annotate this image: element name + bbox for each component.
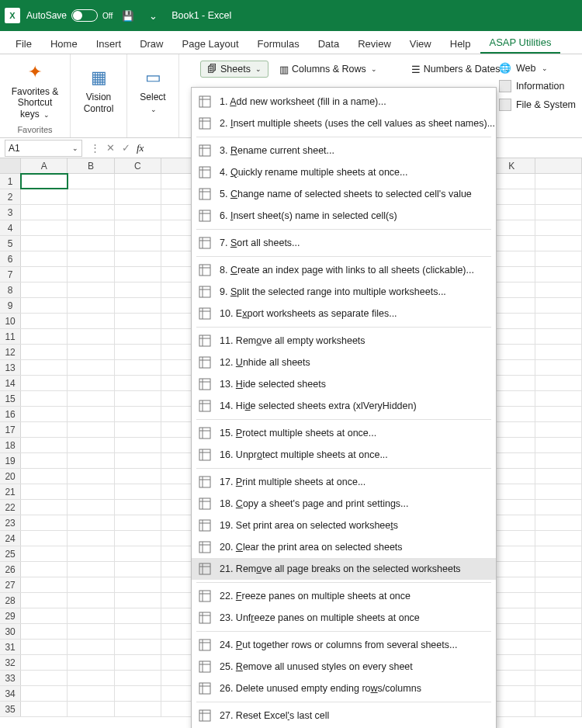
menu-item-22[interactable]: 22. Freeze panes on multiple sheets at o… <box>192 585 496 607</box>
autosave-toggle[interactable]: AutoSave Off <box>26 9 113 22</box>
cell[interactable] <box>21 205 68 220</box>
cell[interactable] <box>68 205 114 220</box>
toggle-switch[interactable] <box>71 9 98 22</box>
cell[interactable] <box>21 531 68 546</box>
cell[interactable] <box>115 391 161 406</box>
menu-item-21[interactable]: 21. Remove all page breaks on the select… <box>192 558 496 580</box>
cell[interactable] <box>68 484 114 499</box>
cell[interactable] <box>68 376 114 390</box>
quickaccess-more-icon[interactable]: ⌄ <box>144 6 162 25</box>
cell[interactable] <box>535 422 582 437</box>
menu-item-14[interactable]: 14. Hide selected sheets extra (xlVeryHi… <box>192 395 496 417</box>
cell[interactable] <box>115 640 161 654</box>
cell[interactable] <box>535 376 582 390</box>
row-header[interactable]: 24 <box>0 531 21 546</box>
cell[interactable] <box>21 453 68 468</box>
file-system-dropdown[interactable]: File & System <box>496 97 579 113</box>
cell[interactable] <box>535 624 582 639</box>
cell[interactable] <box>535 500 582 515</box>
cell[interactable] <box>68 593 114 608</box>
row-header[interactable]: 2 <box>0 189 21 204</box>
row-header[interactable]: 19 <box>0 453 21 468</box>
cell[interactable] <box>21 577 68 592</box>
cell[interactable] <box>535 515 582 530</box>
menu-item-3[interactable]: 3. Rename current sheet... <box>192 140 496 161</box>
row-header[interactable]: 9 <box>0 298 21 313</box>
row-header[interactable]: 5 <box>0 236 21 251</box>
sheets-dropdown[interactable]: 🗐 Sheets ⌄ <box>200 61 268 78</box>
cell[interactable] <box>115 174 161 189</box>
menu-item-11[interactable]: 11. Remove all empty worksheets <box>192 330 496 352</box>
cell[interactable] <box>115 500 161 515</box>
cell[interactable] <box>535 577 582 592</box>
tab-help[interactable]: Help <box>441 33 480 54</box>
menu-item-12[interactable]: 12. Unhide all sheets <box>192 352 496 373</box>
cell[interactable] <box>68 671 114 685</box>
cell[interactable] <box>535 174 582 189</box>
cell[interactable] <box>68 608 114 623</box>
row-header[interactable]: 26 <box>0 562 21 577</box>
cell[interactable] <box>535 283 582 297</box>
cell[interactable] <box>115 298 161 313</box>
menu-item-23[interactable]: 23. Unfreeze panes on multiple sheets at… <box>192 607 496 629</box>
row-header[interactable]: 3 <box>0 205 21 220</box>
tab-page-layout[interactable]: Page Layout <box>173 33 248 54</box>
cell[interactable] <box>68 686 114 701</box>
cell[interactable] <box>115 562 161 577</box>
cell[interactable] <box>21 360 68 375</box>
row-header[interactable]: 27 <box>0 577 21 592</box>
row-header[interactable]: 1 <box>0 174 21 189</box>
menu-item-9[interactable]: 9. Split the selected range into multipl… <box>192 281 496 303</box>
menu-item-7[interactable]: 7. Sort all sheets... <box>192 232 496 254</box>
cell[interactable] <box>115 205 161 220</box>
information-dropdown[interactable]: Information <box>496 78 579 94</box>
cell[interactable] <box>68 702 114 716</box>
web-dropdown[interactable]: 🌐Web⌄ <box>496 61 579 75</box>
row-header[interactable]: 6 <box>0 251 21 266</box>
cell[interactable] <box>115 345 161 359</box>
cell[interactable] <box>115 546 161 561</box>
cell[interactable] <box>115 593 161 608</box>
cell[interactable] <box>535 702 582 716</box>
cell[interactable] <box>68 500 114 515</box>
row-header[interactable]: 35 <box>0 702 21 716</box>
cell[interactable] <box>68 298 114 313</box>
cell[interactable] <box>535 655 582 670</box>
cell[interactable] <box>68 655 114 670</box>
cell[interactable] <box>21 174 68 189</box>
select-all-corner[interactable] <box>0 158 21 173</box>
row-header[interactable]: 28 <box>0 593 21 608</box>
row-header[interactable]: 23 <box>0 515 21 530</box>
row-header[interactable]: 10 <box>0 314 21 328</box>
cell[interactable] <box>115 220 161 235</box>
menu-item-17[interactable]: 17. Print multiple sheets at once... <box>192 471 496 493</box>
cell[interactable] <box>115 438 161 452</box>
row-header[interactable]: 17 <box>0 422 21 437</box>
cell[interactable] <box>535 671 582 685</box>
cell[interactable] <box>68 236 114 251</box>
cell[interactable] <box>115 531 161 546</box>
cell[interactable] <box>68 391 114 406</box>
cell[interactable] <box>115 577 161 592</box>
cell[interactable] <box>68 267 114 282</box>
cell[interactable] <box>21 640 68 654</box>
tab-view[interactable]: View <box>400 33 441 54</box>
row-header[interactable]: 21 <box>0 484 21 499</box>
row-header[interactable]: 29 <box>0 608 21 623</box>
cell[interactable] <box>68 189 114 204</box>
cell[interactable] <box>535 267 582 282</box>
cell[interactable] <box>535 345 582 359</box>
column-header[interactable]: C <box>115 158 161 173</box>
tab-insert[interactable]: Insert <box>87 33 131 54</box>
menu-item-16[interactable]: 16. Unprotect multiple sheets at once... <box>192 444 496 466</box>
cell[interactable] <box>68 438 114 452</box>
cell[interactable] <box>535 469 582 484</box>
cell[interactable] <box>21 500 68 515</box>
cell[interactable] <box>115 251 161 266</box>
cell[interactable] <box>68 562 114 577</box>
cell[interactable] <box>21 422 68 437</box>
cell[interactable] <box>115 360 161 375</box>
cell[interactable] <box>115 453 161 468</box>
cell[interactable] <box>535 686 582 701</box>
cell[interactable] <box>68 174 114 189</box>
